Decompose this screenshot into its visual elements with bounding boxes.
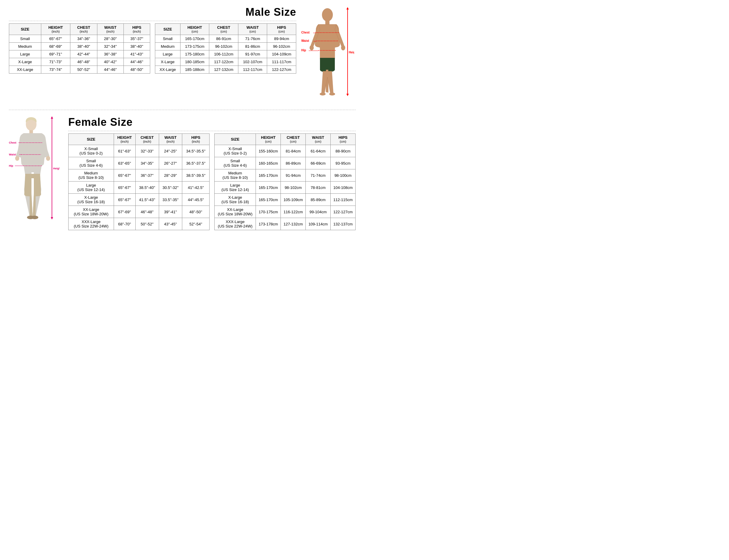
table-cell: 63''-65'' (114, 157, 135, 169)
table-cell: XXX-Large(US Size 22W-24W) (215, 218, 256, 230)
male-cm-table: SIZE HEIGHT(cm) CHEST(cm) WAIST(cm) HIPS… (155, 23, 296, 74)
table-cell: 86-91cm (209, 35, 238, 43)
table-cell: X-Large(US Size 16-18) (215, 194, 256, 206)
table-cell: 81-86cm (238, 43, 267, 50)
table-cell: 104-109cm (267, 50, 296, 58)
table-cell: XX-Large(US Size 18W-20W) (215, 206, 256, 218)
table-cell: 61-64cm (306, 145, 331, 157)
table-cell: 38.5''-40'' (135, 182, 159, 194)
table-cell: 34''-36'' (70, 35, 97, 43)
male-chest-label: Chest (301, 31, 309, 34)
female-table-area: Female Size SIZE HEIGHT(inch) CHEST(inch… (68, 116, 355, 230)
table-cell: Medium (155, 43, 180, 50)
male-inch-col-hips: HIPS(inch) (123, 24, 150, 35)
table-cell: XX-Large (155, 66, 180, 74)
table-cell: 41''-42.5'' (182, 182, 209, 194)
male-figure-svg: Chest Waist Hip Height (301, 6, 354, 101)
table-cell: 33.5''-35'' (159, 194, 182, 206)
table-cell: 42''-44'' (70, 50, 97, 58)
table-cell: 99-104cm (306, 206, 331, 218)
table-cell: 38''-40'' (123, 43, 150, 50)
female-inch-col-hips: HIPS(inch) (182, 134, 209, 145)
table-cell: 68''-70'' (114, 218, 135, 230)
table-cell: 71-74cm (306, 169, 331, 182)
female-section: Chest Waist Hip Height Female Size SIZE (9, 110, 355, 230)
svg-point-17 (15, 156, 19, 161)
table-cell: 165-170cm (256, 169, 281, 182)
table-cell: 48''-50'' (182, 206, 209, 218)
page-wrapper: Male Size SIZE HEIGHT(inch) CHEST(inch) … (9, 6, 355, 230)
table-cell: 68''-69'' (41, 43, 70, 50)
svg-marker-23 (51, 217, 53, 219)
female-inch-table-wrapper: SIZE HEIGHT(inch) CHEST(inch) WAIST(inch… (68, 133, 209, 230)
table-cell: 35''-37'' (123, 35, 150, 43)
table-cell: 160-165cm (256, 157, 281, 169)
table-cell: 40''-42'' (97, 58, 123, 66)
table-cell: 44''-46'' (97, 66, 123, 74)
male-inch-table: SIZE HEIGHT(inch) CHEST(inch) WAIST(inch… (9, 23, 150, 74)
table-cell: Small (155, 35, 180, 43)
table-cell: 69''-71'' (41, 50, 70, 58)
table-cell: 122-127cm (267, 66, 296, 74)
table-cell: 185-188cm (180, 66, 209, 74)
table-cell: 50''-52'' (135, 218, 159, 230)
table-cell: 105-109cm (281, 194, 306, 206)
female-inch-col-size: SIZE (69, 134, 114, 145)
female-cm-col-height: HEIGHT(cm) (256, 134, 281, 145)
table-cell: 89-94cm (267, 35, 296, 43)
table-cell: 46''-48'' (135, 206, 159, 218)
table-cell: Small (9, 35, 41, 43)
table-cell: 85-89cm (306, 194, 331, 206)
table-cell: X-Small(US Size 0-2) (215, 145, 256, 157)
female-figure-svg: Chest Waist Hip Height (9, 116, 59, 226)
female-hip-label: Hip (9, 164, 13, 167)
svg-point-0 (322, 8, 333, 21)
female-tables-row: SIZE HEIGHT(inch) CHEST(inch) WAIST(inch… (68, 133, 355, 230)
svg-point-2 (309, 45, 314, 50)
table-cell: 170-175cm (256, 206, 281, 218)
female-cm-col-hips: HIPS(cm) (331, 134, 355, 145)
male-inch-col-chest: CHEST(inch) (70, 24, 97, 35)
male-title: Male Size (9, 6, 296, 18)
table-row: Medium(US Size 8-10)65''-67''36''-37''28… (69, 169, 209, 182)
male-separator (9, 21, 296, 21)
female-cm-table: SIZE HEIGHT(cm) CHEST(cm) WAIST(cm) HIPS… (214, 133, 355, 230)
table-row: X-Small(US Size 0-2)155-160cm81-84cm61-6… (215, 145, 355, 157)
table-cell: 117-122cm (209, 58, 238, 66)
table-cell: 44''-46'' (123, 58, 150, 66)
table-row: XXX-Large(US Size 22W-24W)173-178cm127-1… (215, 218, 355, 230)
female-inch-table: SIZE HEIGHT(inch) CHEST(inch) WAIST(inch… (68, 133, 209, 230)
male-height-label: Height (349, 51, 354, 54)
male-cm-col-chest: CHEST(cm) (209, 24, 238, 35)
table-cell: 52''-54'' (182, 218, 209, 230)
table-cell: 88-90cm (331, 145, 355, 157)
table-cell: 78-81cm (306, 182, 331, 194)
table-cell: 36.5''-37.5'' (182, 157, 209, 169)
table-row: Large(US Size 12-14)165-170cm98-102cm78-… (215, 182, 355, 194)
table-row: Medium173-175cm96-102cm81-86cm96-102cm (155, 43, 296, 50)
table-row: Large69''-71''42''-44''36''-38''41''-43'… (9, 50, 150, 58)
table-cell: 165-170cm (180, 35, 209, 43)
male-cm-table-wrapper: SIZE HEIGHT(cm) CHEST(cm) WAIST(cm) HIPS… (155, 23, 296, 74)
table-cell: 32''-34'' (97, 43, 123, 50)
table-cell: 36''-37'' (135, 169, 159, 182)
table-cell: 122-127cm (331, 206, 355, 218)
table-cell: 65''-67'' (114, 194, 135, 206)
table-cell: 93-95cm (331, 157, 355, 169)
table-row: Medium68''-69''38''-40''32''-34''38''-40… (9, 43, 150, 50)
svg-point-20 (31, 216, 38, 219)
table-row: XX-Large(US Size 18W-20W)170-175cm116-12… (215, 206, 355, 218)
female-separator (68, 131, 355, 131)
table-cell: Small(US Size 4-6) (69, 157, 114, 169)
table-cell: 28''-29'' (159, 169, 182, 182)
female-cm-col-waist: WAIST(cm) (306, 134, 331, 145)
female-inch-col-waist: WAIST(inch) (159, 134, 182, 145)
svg-rect-16 (29, 130, 33, 133)
table-cell: 41''-43'' (123, 50, 150, 58)
table-cell: 112-117cm (238, 66, 267, 74)
table-row: X-Large71''-73''46''-48''40''-42''44''-4… (9, 58, 150, 66)
table-cell: 165-170cm (256, 182, 281, 194)
male-cm-col-height: HEIGHT(cm) (180, 24, 209, 35)
svg-marker-22 (51, 116, 53, 119)
female-waist-label: Waist (9, 153, 16, 156)
